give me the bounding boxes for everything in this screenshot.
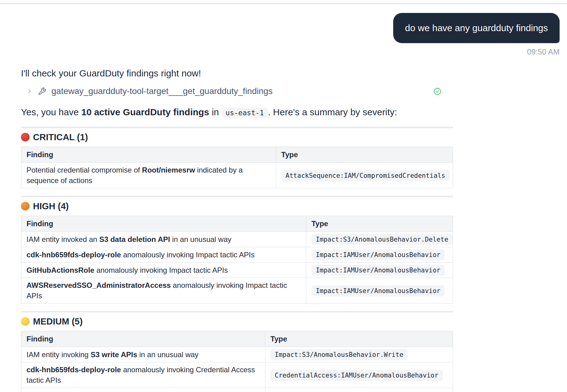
finding-text: Potential credential compromise of (27, 166, 142, 174)
column-header-finding: Finding (21, 216, 306, 232)
wrench-icon (38, 87, 46, 96)
finding-entity: AWSReservedSSO_AdministratorAccess (27, 281, 171, 289)
chat-panel: do we have any guardduty findings 09:50 … (0, 13, 567, 392)
finding-type-code: Impact:IAMUser/AnomalousBehavior (312, 249, 445, 260)
finding-row: GitHubActionsRole anomalously invoking I… (21, 263, 453, 278)
finding-entity: Root/niemesrw (142, 166, 195, 174)
finding-cell: IAM entity invoked an S3 data deletion A… (21, 232, 306, 247)
finding-text: anomalously invoking Impact tactic APIs (121, 251, 255, 259)
finding-type-code: AttackSequence:IAM/CompromisedCredential… (281, 170, 450, 181)
finding-cell: AWSReservedSSO_AdministratorAccess anoma… (21, 388, 265, 392)
finding-row: IAM entity invoking S3 write APIs in an … (21, 347, 453, 362)
finding-text: in an unusual way (170, 235, 231, 243)
chevron-right-icon[interactable] (27, 88, 33, 94)
finding-text: in an unusual way (137, 350, 198, 359)
severity-dot-icon (21, 202, 30, 210)
finding-cell: AWSReservedSSO_AdministratorAccess anoma… (21, 278, 306, 304)
finding-row: cdk-hnb659fds-deploy-role anomalously in… (21, 362, 453, 388)
finding-type-cell: CredentialAccess:IAMUser/AnomalousBehavi… (265, 362, 453, 388)
finding-row: Potential credential compromise of Root/… (21, 163, 453, 188)
column-header-type: Type (306, 216, 453, 232)
finding-cell: IAM entity invoking S3 write APIs in an … (21, 347, 265, 362)
top-divider (0, 3, 567, 4)
column-header-type: Type (276, 147, 453, 163)
table-header-row: Finding Type (21, 216, 453, 232)
finding-type-cell: Impact:S3/AnomalousBehavior.Write (265, 347, 453, 362)
finding-type-cell: Impact:IAMUser/AnomalousBehavior (306, 263, 453, 278)
message-timestamp: 09:50 AM (21, 47, 560, 56)
finding-type-code: Impact:S3/AnomalousBehavior.Write (271, 349, 408, 360)
finding-type-cell: Impact:S3/AnomalousBehavior.Delete (306, 232, 453, 247)
finding-type-code: Impact:IAMUser/AnomalousBehavior (312, 285, 445, 296)
finding-text: anomalously invoking Impact tactic APIs (94, 266, 228, 274)
column-header-finding: Finding (21, 147, 276, 163)
finding-entity: cdk-hnb659fds-deploy-role (27, 251, 121, 259)
finding-text: IAM entity invoking (27, 350, 91, 359)
severity-label: HIGH (4) (33, 201, 69, 211)
severity-section: CRITICAL (1) Finding Type Potential cred… (21, 127, 453, 188)
region-code: us-east-1 (222, 108, 268, 118)
finding-type-cell: Impact:IAMUser/AnomalousBehavior (306, 247, 453, 263)
finding-type-code: Impact:IAMUser/AnomalousBehavior (312, 265, 445, 276)
severity-dot-icon (21, 133, 30, 141)
severity-sections: CRITICAL (1) Finding Type Potential cred… (21, 127, 453, 392)
severity-heading: CRITICAL (1) (21, 132, 453, 142)
finding-row: AWSReservedSSO_AdministratorAccess anoma… (21, 278, 453, 304)
finding-cell: GitHubActionsRole anomalously invoking I… (21, 263, 306, 278)
summary-text: Yes, you have 10 active GuardDuty findin… (21, 106, 453, 119)
summary-prefix: Yes, you have (21, 107, 81, 117)
severity-label: CRITICAL (1) (33, 132, 88, 142)
section-divider (21, 196, 453, 197)
finding-entity: S3 data deletion API (99, 235, 170, 243)
column-header-type: Type (265, 331, 453, 347)
finding-type-cell: AttackSequence:IAM/CompromisedCredential… (276, 163, 453, 188)
finding-type-code: CredentialAccess:IAMUser/AnomalousBehavi… (271, 370, 443, 381)
section-divider (21, 127, 453, 128)
finding-type-cell: Impact:IAMUser/AnomalousBehavior (306, 278, 453, 304)
summary-middle: in (209, 107, 222, 117)
user-message-text: do we have any guardduty findings (405, 23, 548, 33)
findings-table: Finding Type Potential credential compro… (21, 147, 453, 188)
findings-table: Finding Type IAM entity invoked an S3 da… (21, 216, 453, 304)
summary-bold: 10 active GuardDuty findings (81, 107, 209, 117)
table-header-row: Finding Type (21, 147, 453, 163)
tool-call-row[interactable]: gateway_guardduty-tool-target___get_guar… (21, 86, 453, 96)
finding-type-code: Impact:S3/AnomalousBehavior.Delete (312, 234, 453, 245)
finding-entity: GitHubActionsRole (27, 266, 94, 274)
finding-entity: cdk-hnb659fds-deploy-role (27, 365, 121, 374)
assistant-intro-text: I'll check your GuardDuty findings right… (21, 67, 453, 79)
user-message-row: do we have any guardduty findings (21, 13, 560, 43)
column-header-finding: Finding (21, 331, 265, 347)
finding-cell: cdk-hnb659fds-deploy-role anomalously in… (21, 247, 306, 263)
severity-heading: MEDIUM (5) (21, 316, 453, 327)
finding-row: IAM entity invoked an S3 data deletion A… (21, 232, 453, 247)
finding-row: AWSReservedSSO_AdministratorAccess anoma… (21, 388, 453, 392)
tool-call-name: gateway_guardduty-tool-target___get_guar… (51, 86, 273, 96)
finding-cell: cdk-hnb659fds-deploy-role anomalously in… (21, 362, 265, 388)
severity-dot-icon (21, 317, 30, 326)
severity-heading: HIGH (4) (21, 201, 453, 211)
findings-table: Finding Type IAM entity invoking S3 writ… (21, 331, 453, 392)
severity-label: MEDIUM (5) (33, 316, 83, 327)
finding-type-cell (265, 388, 453, 392)
finding-entity: S3 write APIs (91, 350, 137, 359)
section-divider (21, 311, 453, 312)
finding-row: cdk-hnb659fds-deploy-role anomalously in… (21, 247, 453, 263)
assistant-message: I'll check your GuardDuty findings right… (21, 67, 453, 392)
severity-section: HIGH (4) Finding Type IAM entity invoked… (21, 196, 453, 304)
finding-text: IAM entity invoked an (27, 235, 99, 243)
check-circle-icon (434, 88, 441, 95)
user-message-bubble: do we have any guardduty findings (393, 13, 560, 43)
table-header-row: Finding Type (21, 331, 453, 347)
severity-section: MEDIUM (5) Finding Type IAM entity invok… (21, 311, 453, 392)
summary-suffix: . Here's a summary by severity: (268, 107, 397, 117)
finding-cell: Potential credential compromise of Root/… (21, 163, 276, 188)
